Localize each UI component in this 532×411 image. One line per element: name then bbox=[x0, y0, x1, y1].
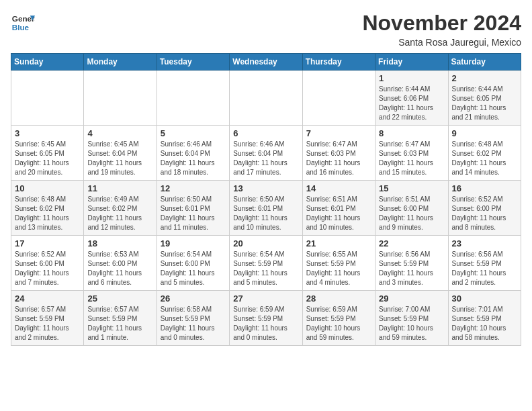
calendar-cell: 7Sunrise: 6:47 AM Sunset: 6:03 PM Daylig… bbox=[302, 126, 375, 181]
calendar-cell: 8Sunrise: 6:47 AM Sunset: 6:03 PM Daylig… bbox=[375, 126, 448, 181]
calendar-cell: 12Sunrise: 6:50 AM Sunset: 6:01 PM Dayli… bbox=[157, 181, 229, 236]
calendar-header-sunday: Sunday bbox=[11, 54, 84, 71]
day-number: 16 bbox=[452, 183, 517, 193]
day-info: Sunrise: 6:59 AM Sunset: 5:59 PM Dayligh… bbox=[233, 305, 298, 342]
day-info: Sunrise: 6:52 AM Sunset: 6:00 PM Dayligh… bbox=[15, 250, 80, 287]
day-number: 18 bbox=[87, 238, 152, 248]
day-info: Sunrise: 6:48 AM Sunset: 6:02 PM Dayligh… bbox=[15, 195, 80, 232]
day-number: 21 bbox=[306, 238, 371, 248]
day-number: 3 bbox=[15, 128, 80, 138]
calendar-cell: 16Sunrise: 6:52 AM Sunset: 6:00 PM Dayli… bbox=[448, 181, 521, 236]
calendar-cell: 18Sunrise: 6:53 AM Sunset: 6:00 PM Dayli… bbox=[84, 236, 157, 291]
day-info: Sunrise: 6:59 AM Sunset: 5:59 PM Dayligh… bbox=[306, 305, 371, 342]
day-info: Sunrise: 6:56 AM Sunset: 5:59 PM Dayligh… bbox=[379, 250, 444, 287]
day-info: Sunrise: 6:47 AM Sunset: 6:03 PM Dayligh… bbox=[306, 140, 371, 177]
calendar-cell: 6Sunrise: 6:46 AM Sunset: 6:04 PM Daylig… bbox=[230, 126, 302, 181]
day-info: Sunrise: 6:44 AM Sunset: 6:05 PM Dayligh… bbox=[452, 85, 517, 122]
day-info: Sunrise: 6:57 AM Sunset: 5:59 PM Dayligh… bbox=[87, 305, 152, 342]
calendar-header-wednesday: Wednesday bbox=[230, 54, 302, 71]
day-number: 30 bbox=[452, 293, 517, 304]
day-info: Sunrise: 6:54 AM Sunset: 5:59 PM Dayligh… bbox=[233, 250, 298, 287]
day-number: 9 bbox=[452, 128, 517, 138]
calendar-header-friday: Friday bbox=[375, 54, 448, 71]
calendar-header-row: SundayMondayTuesdayWednesdayThursdayFrid… bbox=[11, 54, 521, 71]
week-row-2: 3Sunrise: 6:45 AM Sunset: 6:05 PM Daylig… bbox=[11, 126, 521, 181]
calendar-cell bbox=[157, 71, 229, 126]
week-row-1: 1Sunrise: 6:44 AM Sunset: 6:06 PM Daylig… bbox=[11, 71, 521, 126]
day-info: Sunrise: 6:58 AM Sunset: 5:59 PM Dayligh… bbox=[161, 305, 226, 342]
day-info: Sunrise: 6:52 AM Sunset: 6:00 PM Dayligh… bbox=[452, 195, 517, 232]
calendar-header-thursday: Thursday bbox=[302, 54, 375, 71]
title-area: November 2024 Santa Rosa Jauregui, Mexic… bbox=[362, 11, 521, 48]
day-info: Sunrise: 6:46 AM Sunset: 6:04 PM Dayligh… bbox=[161, 140, 226, 177]
day-number: 7 bbox=[306, 128, 371, 138]
calendar-cell: 1Sunrise: 6:44 AM Sunset: 6:06 PM Daylig… bbox=[375, 71, 448, 126]
calendar-cell bbox=[84, 71, 157, 126]
calendar-cell: 3Sunrise: 6:45 AM Sunset: 6:05 PM Daylig… bbox=[11, 126, 84, 181]
day-number: 14 bbox=[306, 183, 371, 193]
day-info: Sunrise: 6:51 AM Sunset: 6:00 PM Dayligh… bbox=[379, 195, 444, 232]
calendar-body: 1Sunrise: 6:44 AM Sunset: 6:06 PM Daylig… bbox=[11, 71, 521, 346]
calendar-cell: 19Sunrise: 6:54 AM Sunset: 6:00 PM Dayli… bbox=[157, 236, 229, 291]
day-number: 2 bbox=[452, 73, 517, 83]
calendar-table: SundayMondayTuesdayWednesdayThursdayFrid… bbox=[11, 53, 521, 346]
day-number: 19 bbox=[161, 238, 226, 248]
day-info: Sunrise: 7:00 AM Sunset: 5:59 PM Dayligh… bbox=[379, 305, 444, 342]
day-info: Sunrise: 6:47 AM Sunset: 6:03 PM Dayligh… bbox=[379, 140, 444, 177]
calendar-cell: 5Sunrise: 6:46 AM Sunset: 6:04 PM Daylig… bbox=[157, 126, 229, 181]
month-title: November 2024 bbox=[362, 11, 521, 36]
day-number: 10 bbox=[15, 183, 80, 193]
calendar-cell: 10Sunrise: 6:48 AM Sunset: 6:02 PM Dayli… bbox=[11, 181, 84, 236]
calendar-cell: 13Sunrise: 6:50 AM Sunset: 6:01 PM Dayli… bbox=[230, 181, 302, 236]
day-number: 20 bbox=[233, 238, 298, 248]
day-number: 5 bbox=[161, 128, 226, 138]
day-number: 6 bbox=[233, 128, 298, 138]
day-info: Sunrise: 6:53 AM Sunset: 6:00 PM Dayligh… bbox=[87, 250, 152, 287]
day-number: 28 bbox=[306, 293, 371, 304]
logo-icon: General Blue bbox=[11, 11, 35, 35]
day-info: Sunrise: 7:01 AM Sunset: 5:59 PM Dayligh… bbox=[452, 305, 517, 342]
calendar-cell: 11Sunrise: 6:49 AM Sunset: 6:02 PM Dayli… bbox=[84, 181, 157, 236]
day-number: 11 bbox=[87, 183, 152, 193]
calendar-cell: 26Sunrise: 6:58 AM Sunset: 5:59 PM Dayli… bbox=[157, 291, 229, 346]
day-number: 26 bbox=[161, 293, 226, 304]
location: Santa Rosa Jauregui, Mexico bbox=[362, 37, 521, 48]
calendar-cell bbox=[11, 71, 84, 126]
week-row-4: 17Sunrise: 6:52 AM Sunset: 6:00 PM Dayli… bbox=[11, 236, 521, 291]
day-number: 22 bbox=[379, 238, 444, 248]
calendar-cell: 28Sunrise: 6:59 AM Sunset: 5:59 PM Dayli… bbox=[302, 291, 375, 346]
day-number: 15 bbox=[379, 183, 444, 193]
day-info: Sunrise: 6:57 AM Sunset: 5:59 PM Dayligh… bbox=[15, 305, 80, 342]
calendar-cell: 2Sunrise: 6:44 AM Sunset: 6:05 PM Daylig… bbox=[448, 71, 521, 126]
calendar-cell: 14Sunrise: 6:51 AM Sunset: 6:01 PM Dayli… bbox=[302, 181, 375, 236]
logo: General Blue bbox=[11, 11, 35, 35]
day-number: 1 bbox=[379, 73, 444, 83]
day-info: Sunrise: 6:50 AM Sunset: 6:01 PM Dayligh… bbox=[161, 195, 226, 232]
day-info: Sunrise: 6:54 AM Sunset: 6:00 PM Dayligh… bbox=[161, 250, 226, 287]
calendar-cell: 30Sunrise: 7:01 AM Sunset: 5:59 PM Dayli… bbox=[448, 291, 521, 346]
calendar-cell: 20Sunrise: 6:54 AM Sunset: 5:59 PM Dayli… bbox=[230, 236, 302, 291]
day-number: 24 bbox=[15, 293, 80, 304]
calendar-cell: 9Sunrise: 6:48 AM Sunset: 6:02 PM Daylig… bbox=[448, 126, 521, 181]
calendar-cell bbox=[230, 71, 302, 126]
day-info: Sunrise: 6:46 AM Sunset: 6:04 PM Dayligh… bbox=[233, 140, 298, 177]
calendar-cell: 21Sunrise: 6:55 AM Sunset: 5:59 PM Dayli… bbox=[302, 236, 375, 291]
day-info: Sunrise: 6:55 AM Sunset: 5:59 PM Dayligh… bbox=[306, 250, 371, 287]
calendar-cell: 25Sunrise: 6:57 AM Sunset: 5:59 PM Dayli… bbox=[84, 291, 157, 346]
day-info: Sunrise: 6:48 AM Sunset: 6:02 PM Dayligh… bbox=[452, 140, 517, 177]
day-info: Sunrise: 6:49 AM Sunset: 6:02 PM Dayligh… bbox=[87, 195, 152, 232]
page-header: General Blue November 2024 Santa Rosa Ja… bbox=[11, 11, 521, 48]
day-info: Sunrise: 6:56 AM Sunset: 5:59 PM Dayligh… bbox=[452, 250, 517, 287]
day-number: 25 bbox=[87, 293, 152, 304]
calendar-header-monday: Monday bbox=[84, 54, 157, 71]
week-row-5: 24Sunrise: 6:57 AM Sunset: 5:59 PM Dayli… bbox=[11, 291, 521, 346]
svg-text:Blue: Blue bbox=[12, 23, 30, 32]
day-number: 12 bbox=[161, 183, 226, 193]
calendar-cell: 15Sunrise: 6:51 AM Sunset: 6:00 PM Dayli… bbox=[375, 181, 448, 236]
calendar-cell: 27Sunrise: 6:59 AM Sunset: 5:59 PM Dayli… bbox=[230, 291, 302, 346]
day-info: Sunrise: 6:51 AM Sunset: 6:01 PM Dayligh… bbox=[306, 195, 371, 232]
calendar-cell: 4Sunrise: 6:45 AM Sunset: 6:04 PM Daylig… bbox=[84, 126, 157, 181]
calendar-header-tuesday: Tuesday bbox=[157, 54, 229, 71]
svg-text:General: General bbox=[12, 14, 35, 23]
calendar-cell bbox=[302, 71, 375, 126]
